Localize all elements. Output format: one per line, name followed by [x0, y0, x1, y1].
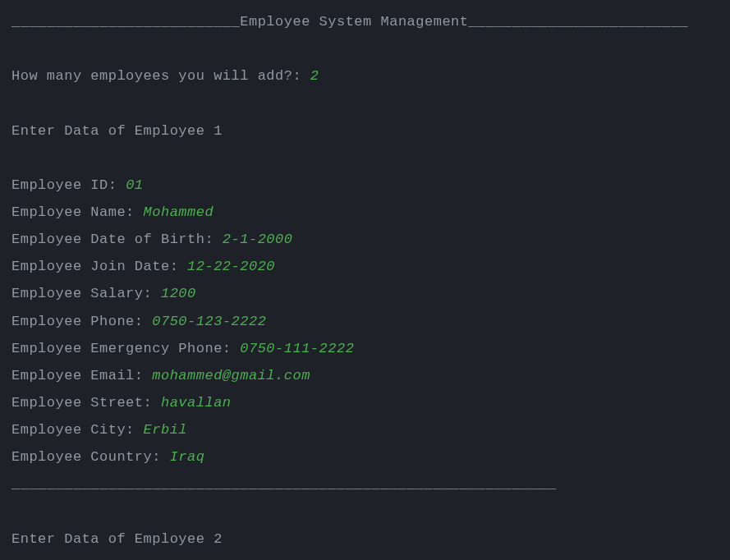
employee-country-value[interactable]: Iraq: [170, 449, 205, 465]
employee-city-row: Employee City: Erbil: [11, 416, 719, 443]
employee-name-value[interactable]: Mohammed: [144, 204, 214, 220]
employee-email-label: Employee Email:: [11, 368, 152, 383]
employee-city-value[interactable]: Erbil: [144, 422, 188, 438]
employee-country-label: Employee Country:: [11, 449, 170, 465]
employee-join-value[interactable]: 12-22-2020: [187, 259, 275, 274]
prompt-value[interactable]: 2: [310, 68, 319, 84]
employee-salary-row: Employee Salary: 1200: [11, 280, 719, 307]
blank-line: [11, 90, 719, 117]
employee-street-label: Employee Street:: [11, 395, 161, 411]
employee-name-row: Employee Name: Mohammed: [11, 199, 719, 226]
employee-street-value[interactable]: havallan: [161, 395, 232, 411]
header-line: __________________________Employee Syste…: [11, 8, 719, 35]
employee-salary-value[interactable]: 1200: [161, 286, 196, 301]
header-title: Employee System Management: [240, 14, 468, 30]
blank-line: [11, 35, 719, 62]
blank-line: [11, 145, 719, 172]
employee-dob-row: Employee Date of Birth: 2-1-2000: [11, 226, 719, 253]
dashes-right: _________________________: [469, 14, 689, 30]
employee-id-label: Employee ID:: [11, 177, 126, 193]
prompt-label: How many employees you will add?:: [11, 68, 310, 84]
employee-emergency-value[interactable]: 0750-111-2222: [240, 341, 354, 356]
employee-email-value[interactable]: mohammed@gmail.com: [152, 368, 310, 383]
employee-salary-label: Employee Salary:: [11, 286, 161, 301]
employee-id-value[interactable]: 01: [126, 177, 143, 193]
employee-email-row: Employee Email: mohammed@gmail.com: [11, 362, 719, 389]
blank-line: [11, 498, 719, 526]
divider-line: ________________________________________…: [11, 470, 719, 498]
employee-phone-row: Employee Phone: 0750-123-2222: [11, 308, 719, 335]
employee-id-row: Employee ID: 01: [11, 172, 719, 199]
dashes-left: __________________________: [11, 14, 240, 30]
employee-phone-value[interactable]: 0750-123-2222: [152, 314, 266, 329]
employee-street-row: Employee Street: havallan: [11, 389, 719, 416]
employee-dob-value[interactable]: 2-1-2000: [223, 232, 293, 247]
employee-dob-label: Employee Date of Birth:: [11, 232, 223, 247]
employee-city-label: Employee City:: [11, 422, 144, 438]
employee-count-prompt: How many employees you will add?: 2: [11, 62, 719, 90]
employee-phone-label: Employee Phone:: [11, 314, 152, 329]
section-title-2: Enter Data of Employee 2: [11, 526, 719, 553]
section-title-1: Enter Data of Employee 1: [11, 117, 719, 145]
employee-emergency-row: Employee Emergency Phone: 0750-111-2222: [11, 335, 719, 362]
employee-country-row: Employee Country: Iraq: [11, 443, 719, 470]
employee-name-label: Employee Name:: [11, 204, 144, 220]
employee-join-row: Employee Join Date: 12-22-2020: [11, 253, 719, 280]
employee-emergency-label: Employee Emergency Phone:: [11, 341, 240, 356]
employee-join-label: Employee Join Date:: [11, 259, 187, 274]
